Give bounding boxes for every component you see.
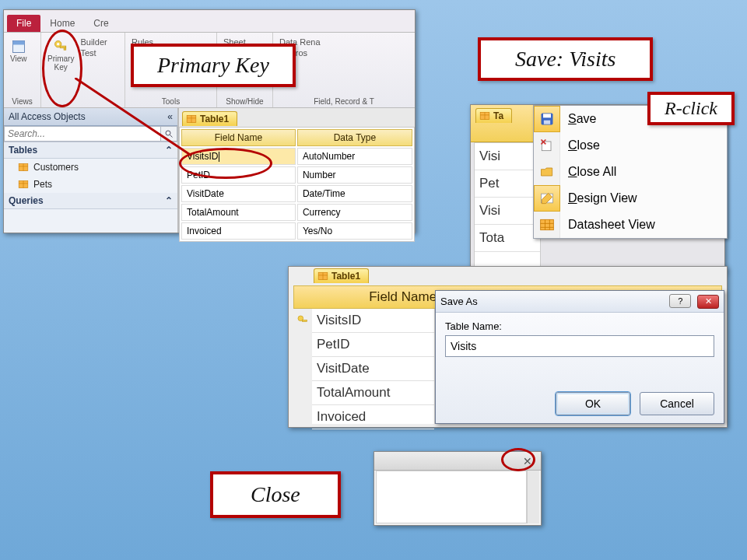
save-as-dialog: Save As ? ✕ Table Name: OK Cancel [435,290,724,424]
design-view-icon [539,191,555,206]
annotation-ring [501,448,535,471]
saveas-panel: Table1 Field NameData Type VisitsID PetI… [288,266,728,428]
group-views-footer: Views [7,97,37,106]
annotation-line [75,78,191,163]
field-row[interactable]: TotalAmount [312,381,434,405]
field-row[interactable]: VisitsID [312,309,434,333]
cell-datatype[interactable]: AutoNumber [297,148,412,165]
cell-fieldname[interactable]: TotalAmount [181,204,296,221]
cell-datatype[interactable]: Number [297,166,412,184]
col-datatype: Data Type [297,129,412,146]
callout-rclick: R-click [647,92,735,125]
table-icon [18,179,29,190]
tab-create[interactable]: Cre [84,15,117,32]
group-field-footer: Field, Record & T [276,97,412,106]
cell-datatype[interactable]: Yes/No [297,222,412,240]
svg-rect-22 [543,114,551,117]
close-icon [539,138,555,153]
menu-close-all[interactable]: Close All [534,159,727,185]
group-showhide-footer: Show/Hide [220,97,269,106]
field-list: Visi Pet Visi Tota [474,142,541,270]
cell-datatype[interactable]: Date/Time [297,185,412,202]
test-link[interactable]: Test [80,48,96,58]
ok-button[interactable]: OK [556,392,630,415]
callout-save-visits: Save: Visits [478,37,653,81]
col-fieldname: Field Name [181,129,296,146]
dialog-close-button[interactable]: ✕ [697,295,719,309]
field-row[interactable]: PetID [312,333,434,357]
table-icon [317,271,328,282]
field-grid: Field NameData Type VisitsIDAutoNumber P… [179,127,415,242]
field-row[interactable]: Visi [475,198,540,225]
table-tab[interactable]: Table1 [314,268,369,283]
field-list: VisitsID PetID VisitDate TotalAmount Inv… [312,309,435,424]
svg-line-17 [75,78,191,156]
view-button[interactable]: View [7,36,30,63]
table-name-label: Table Name: [445,320,502,332]
callout-close: Close [210,471,341,518]
field-row[interactable]: Tota [475,225,540,252]
help-button[interactable]: ? [669,294,691,308]
menu-datasheet-view[interactable]: Datasheet View [534,212,727,238]
cancel-button[interactable]: Cancel [640,392,714,415]
table-icon [479,110,490,121]
dialog-title: Save As [440,296,478,307]
folder-icon [539,164,555,180]
svg-rect-23 [544,121,550,124]
cell-fieldname[interactable]: Invoiced [181,222,296,240]
tab-file[interactable]: File [7,15,40,32]
svg-rect-26 [540,219,553,229]
annotation-ring [179,148,272,179]
menu-design-view[interactable]: Design View [534,185,727,212]
svg-rect-35 [302,320,307,321]
builder-link[interactable]: Builder [80,37,107,47]
nav-queries-header[interactable]: Queries⌃ [4,193,177,209]
field-row[interactable]: Invoiced [312,405,434,429]
svg-rect-1 [12,41,24,45]
table-tab[interactable]: Ta [475,108,512,123]
callout-primary-key: Primary Key [131,44,296,87]
blank-content [376,471,527,523]
context-menu-panel: Ta Visi Pet Visi Tota Save Close Close A… [470,104,725,274]
cell-fieldname[interactable]: VisitDate [181,185,296,202]
pk-column [293,309,312,424]
table-name-input[interactable] [445,335,714,357]
field-row[interactable]: Visi [475,143,540,170]
table-icon [18,162,29,173]
scrollbar[interactable] [527,471,539,523]
nav-item-pets[interactable]: Pets [4,176,177,193]
datasheet-icon [539,217,555,233]
key-icon [296,314,309,327]
view-label: View [10,54,27,63]
cell-datatype[interactable]: Currency [297,204,412,221]
save-icon [539,111,555,127]
field-row[interactable]: VisitDate [312,357,434,381]
menu-close[interactable]: Close [534,132,727,159]
ribbon-tabs: File Home Cre [4,10,415,32]
field-row[interactable]: Pet [475,170,540,198]
